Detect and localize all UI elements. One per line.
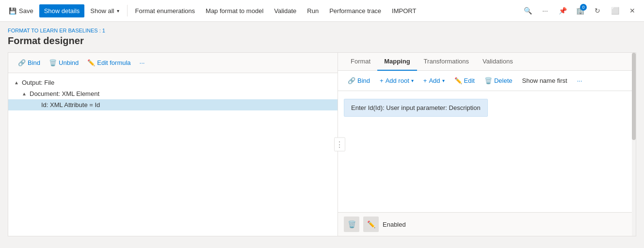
toolbar-right: 🔍 ··· 📌 🏢 0 ↻ ⬜ ✕ [520,3,640,18]
page-title: Format designer [8,35,636,46]
save-icon: 💾 [9,7,16,15]
bottom-area: 🗑️ ✏️ Enabled [338,212,636,236]
unlink-icon: 🗑️ [49,59,57,66]
edit-bottom-button[interactable]: ✏️ [363,217,379,232]
edit-formula-button[interactable]: ✏️ Edit formula [83,57,134,69]
validate-button[interactable]: Validate [269,4,301,17]
bind-left-button[interactable]: 🔗 Bind [14,57,44,69]
add-button[interactable]: + Add ▾ [419,75,449,87]
unbind-button[interactable]: 🗑️ Unbind [45,57,82,69]
add-root-chevron-icon: ▾ [411,78,414,83]
format-enumerations-button[interactable]: Format enumerations [130,4,200,17]
tree-item-label: Document: XML Element [30,90,99,97]
scrollbar-thumb[interactable] [632,53,636,140]
office-button[interactable]: 🏢 0 [572,3,588,18]
tree-area: ▲ Output: File ▲ Document: XML Element I… [8,73,338,236]
add-root-button[interactable]: + Add root ▾ [376,75,418,87]
drag-dots-icon: ⋮ [336,140,344,149]
refresh-button[interactable]: ↻ [590,3,605,18]
status-text: Enabled [383,221,406,228]
tab-validations[interactable]: Validations [476,53,520,71]
left-panel: 🔗 Bind 🗑️ Unbind ✏️ Edit formula ··· [8,53,338,236]
map-format-to-model-button[interactable]: Map format to model [201,4,268,17]
trash-bottom-icon: 🗑️ [348,220,356,228]
main-toolbar: 💾 Save Show details Show all ▾ Format en… [0,0,644,22]
search-button[interactable]: 🔍 [520,3,535,18]
delete-button[interactable]: 🗑️ Delete [481,75,516,87]
tree-item-label: Output: File [22,79,54,86]
right-panel: Format Mapping Transformations Validatio… [338,53,636,236]
tab-format[interactable]: Format [344,53,377,71]
trash-icon: 🗑️ [484,77,492,84]
save-button[interactable]: 💾 Save [4,4,38,17]
breadcrumb: FORMAT TO LEARN ER BASELINES : 1 [8,28,636,33]
plus-icon: + [423,77,427,84]
main-layout: 🔗 Bind 🗑️ Unbind ✏️ Edit formula ··· [8,52,636,236]
tree-item[interactable]: ▲ Output: File [8,77,338,88]
restore-button[interactable]: ⬜ [607,3,623,18]
scrollbar-track[interactable] [632,53,636,236]
more-options-button[interactable]: ··· [537,3,553,18]
show-details-button[interactable]: Show details [39,4,85,17]
tree-item-selected[interactable]: Id: XML Attribute = Id [8,99,338,110]
chevron-down-icon: ▾ [117,8,119,14]
delete-bottom-button[interactable]: 🗑️ [344,217,359,232]
mapping-area: Enter Id(Id): User input parameter: Desc… [338,91,636,212]
link-right-icon: 🔗 [348,77,355,84]
tabs: Format Mapping Transformations Validatio… [338,53,636,71]
pencil-right-icon: ✏️ [454,77,462,84]
collapse-arrow-icon: ▲ [14,80,20,85]
pin-button[interactable]: 📌 [555,3,570,18]
edit-right-button[interactable]: ✏️ Edit [451,75,479,87]
show-all-button[interactable]: Show all ▾ [85,4,124,17]
collapse-arrow-icon: ▲ [22,91,28,96]
plus-root-icon: + [380,77,384,84]
panel-resize-handle[interactable]: ⋮ [334,138,345,152]
close-button[interactable]: ✕ [625,3,640,18]
tree-item[interactable]: ▲ Document: XML Element [8,88,338,99]
bind-right-button[interactable]: 🔗 Bind [344,75,374,87]
left-more-button[interactable]: ··· [136,57,149,69]
right-toolbar: 🔗 Bind + Add root ▾ + Add ▾ ✏️ Edit [338,71,636,91]
page-content: FORMAT TO LEARN ER BASELINES : 1 Format … [0,22,644,242]
tab-mapping[interactable]: Mapping [377,53,417,71]
right-more-button[interactable]: ··· [573,75,586,87]
tree-item-label: Id: XML Attribute = Id [41,101,100,108]
add-chevron-icon: ▾ [442,78,445,83]
tab-transformations[interactable]: Transformations [417,53,476,71]
show-name-first-button[interactable]: Show name first [518,75,571,87]
notification-badge: 0 [580,4,587,11]
pencil-icon: ✏️ [87,59,95,66]
performance-trace-button[interactable]: Performance trace [324,4,386,17]
pencil-bottom-icon: ✏️ [367,220,375,228]
mapping-description: Enter Id(Id): User input parameter: Desc… [344,99,488,117]
left-toolbar: 🔗 Bind 🗑️ Unbind ✏️ Edit formula ··· [8,53,338,73]
run-button[interactable]: Run [302,4,323,17]
link-icon: 🔗 [18,59,26,66]
import-button[interactable]: IMPORT [387,4,421,17]
separator-1 [127,5,128,16]
